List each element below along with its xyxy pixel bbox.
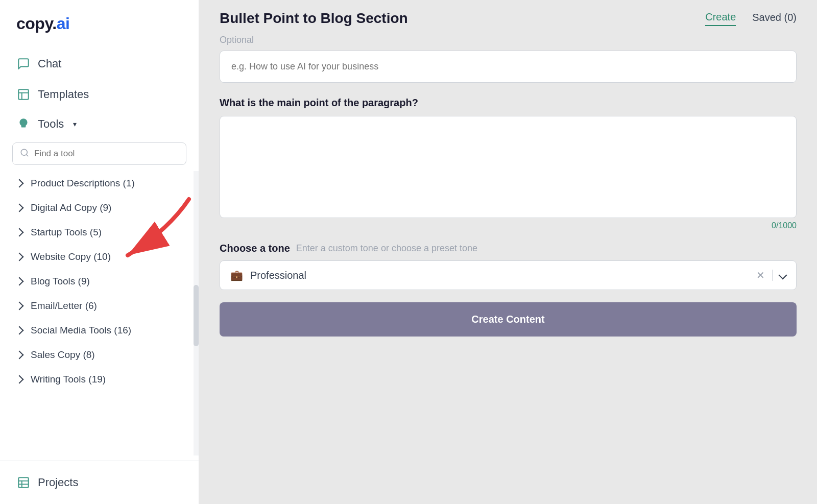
tab-saved[interactable]: Saved (0) <box>752 12 797 26</box>
optional-label: Optional <box>220 35 797 45</box>
category-startup-tools[interactable]: Startup Tools (5) <box>0 220 195 245</box>
main-body: Optional What is the main point of the p… <box>199 35 817 504</box>
category-product-descriptions[interactable]: Product Descriptions (1) <box>0 171 195 196</box>
tool-list-wrapper: Product Descriptions (1) Digital Ad Copy… <box>0 171 199 455</box>
search-box[interactable] <box>12 142 186 165</box>
category-writing-tools[interactable]: Writing Tools (19) <box>0 367 195 392</box>
category-label: Writing Tools (19) <box>31 374 106 385</box>
chat-label: Chat <box>38 57 61 70</box>
chevron-icon <box>15 179 24 188</box>
logo: copy.ai <box>0 0 199 43</box>
chevron-icon <box>15 375 24 384</box>
sidebar-item-projects[interactable]: Projects <box>16 471 182 494</box>
sidebar-item-chat[interactable]: Chat <box>0 49 199 79</box>
svg-line-4 <box>26 154 28 156</box>
templates-label: Templates <box>38 88 89 101</box>
sidebar-item-templates[interactable]: Templates <box>0 79 199 110</box>
optional-input[interactable] <box>220 51 797 83</box>
tone-select-left: 💼 Professional <box>230 269 306 281</box>
category-label: Startup Tools (5) <box>31 227 102 238</box>
tone-clear-button[interactable]: ✕ <box>756 269 765 281</box>
category-label: Sales Copy (8) <box>31 349 95 361</box>
tool-list-inner: Product Descriptions (1) Digital Ad Copy… <box>0 171 199 392</box>
main-content: Bullet Point to Blog Section Create Save… <box>199 0 817 504</box>
chevron-icon <box>15 326 24 335</box>
chevron-icon <box>15 204 24 212</box>
logo-dot: . <box>52 14 56 33</box>
templates-icon <box>16 87 31 102</box>
category-sales-copy[interactable]: Sales Copy (8) <box>0 343 195 367</box>
header-tabs: Create Saved (0) <box>705 11 797 26</box>
chevron-icon <box>15 253 24 261</box>
char-count: 0/1000 <box>220 221 797 230</box>
chat-icon <box>16 57 31 71</box>
tone-selected-value: Professional <box>250 270 306 281</box>
sidebar: copy.ai Chat Templates <box>0 0 199 504</box>
category-label: Digital Ad Copy (9) <box>31 202 111 213</box>
tone-emoji: 💼 <box>230 269 243 281</box>
sidebar-item-tools[interactable]: Tools ▾ <box>0 110 199 138</box>
scrollbar-track <box>194 171 199 455</box>
main-header: Bullet Point to Blog Section Create Save… <box>199 0 817 35</box>
page-title: Bullet Point to Blog Section <box>220 10 408 27</box>
category-digital-ad-copy[interactable]: Digital Ad Copy (9) <box>0 196 195 220</box>
tone-label: Choose a tone <box>220 243 290 254</box>
logo-ai: ai <box>57 14 70 33</box>
search-icon <box>20 148 29 159</box>
create-content-button[interactable]: Create Content <box>220 302 797 337</box>
tone-select[interactable]: 💼 Professional ✕ <box>220 260 797 290</box>
category-label: Product Descriptions (1) <box>31 178 135 189</box>
projects-icon <box>16 475 31 490</box>
logo-copy: copy <box>16 14 52 33</box>
tone-divider <box>772 270 773 281</box>
main-point-label: What is the main point of the paragraph? <box>220 97 797 109</box>
category-label: Email/Letter (6) <box>31 300 97 311</box>
chevron-icon <box>15 302 24 310</box>
sidebar-bottom: Projects <box>0 461 199 504</box>
category-label: Social Media Tools (16) <box>31 325 131 336</box>
category-website-copy[interactable]: Website Copy (10) <box>0 245 195 269</box>
tool-list: Product Descriptions (1) Digital Ad Copy… <box>0 171 199 396</box>
tools-label: Tools <box>38 117 64 131</box>
tone-label-row: Choose a tone Enter a custom tone or cho… <box>220 243 797 254</box>
tone-select-right: ✕ <box>756 269 786 281</box>
chevron-icon <box>15 228 24 237</box>
svg-rect-5 <box>18 477 29 488</box>
category-blog-tools[interactable]: Blog Tools (9) <box>0 269 195 294</box>
scrollbar-thumb[interactable] <box>194 285 199 346</box>
projects-label: Projects <box>38 476 78 489</box>
category-email-letter[interactable]: Email/Letter (6) <box>0 294 195 318</box>
tone-hint: Enter a custom tone or choose a preset t… <box>296 243 477 254</box>
main-point-textarea[interactable] <box>220 116 797 218</box>
search-input[interactable] <box>34 149 179 159</box>
chevron-icon <box>15 277 24 286</box>
category-label: Website Copy (10) <box>31 251 111 262</box>
tone-chevron-icon <box>779 271 787 280</box>
tools-dropdown-arrow: ▾ <box>73 120 77 128</box>
logo-text: copy.ai <box>16 14 69 33</box>
tools-icon <box>16 117 31 131</box>
chevron-icon <box>15 351 24 359</box>
sidebar-nav: Chat Templates Tools ▾ <box>0 43 199 461</box>
category-label: Blog Tools (9) <box>31 276 90 287</box>
tone-section: Choose a tone Enter a custom tone or cho… <box>220 243 797 290</box>
category-social-media-tools[interactable]: Social Media Tools (16) <box>0 318 195 343</box>
svg-rect-0 <box>18 89 29 100</box>
tab-create[interactable]: Create <box>705 11 736 26</box>
